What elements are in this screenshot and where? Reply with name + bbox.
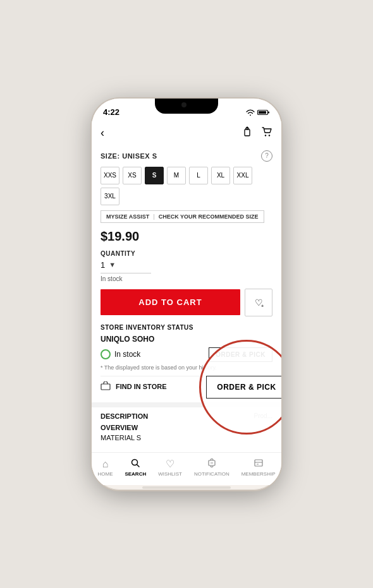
- phone-frame: 4:22 ‹: [92, 99, 281, 490]
- bottom-nav: ⌂ HOME SEARCH ♡ WISHLIST: [92, 452, 281, 485]
- nav-bar: ‹: [92, 121, 281, 145]
- size-buttons: XXS XS S M L XL XXL 3XL: [101, 167, 272, 205]
- size-btn-m[interactable]: M: [167, 167, 186, 184]
- size-label: SIZE: UNISEX S: [101, 152, 157, 160]
- nav-icons: [242, 126, 272, 140]
- nav-item-wishlist[interactable]: ♡ WISHLIST: [158, 458, 182, 477]
- wishlist-button[interactable]: ♡+: [245, 289, 272, 316]
- find-in-store-label: FIND IN STORE: [116, 383, 166, 390]
- mysize-label: MYSIZE ASSIST: [106, 213, 149, 220]
- stock-status-text: In stock: [114, 350, 140, 359]
- home-icon: ⌂: [102, 459, 109, 470]
- svg-point-5: [269, 135, 270, 136]
- quantity-dropdown-arrow: ▼: [109, 261, 116, 268]
- wishlist-heart-icon: ♡+: [255, 297, 263, 308]
- mysize-bar[interactable]: MYSIZE ASSIST | CHECK YOUR RECOMMENDED S…: [101, 210, 264, 223]
- battery-icon: [257, 109, 270, 116]
- size-btn-xl[interactable]: XL: [211, 167, 230, 184]
- notification-label: NOTIFICATION: [194, 471, 229, 477]
- svg-rect-2: [268, 111, 269, 113]
- add-to-cart-row: ADD TO CART ♡+: [101, 289, 272, 316]
- screen: ‹: [92, 121, 281, 485]
- description-title: DESCRIPTION: [101, 412, 148, 420]
- nav-item-membership[interactable]: MEMBERSHIP: [242, 459, 276, 477]
- size-btn-l[interactable]: L: [189, 167, 208, 184]
- check-size-label: CHECK YOUR RECOMMENDED SIZE: [159, 213, 259, 220]
- search-icon: [131, 459, 140, 470]
- store-inventory-title: STORE INVENTORY STATUS: [101, 324, 272, 331]
- notch: [155, 99, 218, 114]
- time-display: 4:22: [103, 107, 119, 117]
- size-btn-3xl[interactable]: 3XL: [101, 188, 119, 205]
- wishlist-nav-label: WISHLIST: [158, 471, 182, 477]
- nav-item-notification[interactable]: NOTIFICATION: [194, 459, 229, 477]
- order-pick-button-highlighted[interactable]: ORDER & PICK: [206, 376, 281, 399]
- status-icons: [246, 109, 270, 116]
- size-btn-xxl[interactable]: XXL: [233, 167, 252, 184]
- svg-rect-6: [101, 384, 110, 390]
- svg-rect-10: [255, 460, 262, 466]
- product-price: $19.90: [101, 229, 272, 244]
- svg-rect-3: [245, 129, 250, 136]
- help-icon[interactable]: ?: [261, 150, 272, 162]
- membership-icon: [254, 459, 263, 470]
- quantity-select[interactable]: 1 ▼: [101, 260, 151, 273]
- find-store-icon: [101, 381, 111, 392]
- quantity-value: 1: [101, 260, 105, 270]
- back-button[interactable]: ‹: [101, 126, 104, 140]
- svg-point-4: [265, 135, 266, 136]
- material-label: MATERIAL S: [101, 434, 272, 441]
- share-icon[interactable]: [242, 126, 252, 140]
- wifi-icon: [246, 109, 255, 116]
- camera: [181, 102, 186, 107]
- size-header-row: SIZE: UNISEX S ?: [101, 150, 272, 162]
- notification-icon: [207, 459, 216, 470]
- nav-item-home[interactable]: ⌂ HOME: [97, 459, 113, 477]
- stock-circle-icon: [101, 349, 111, 359]
- size-btn-xxs[interactable]: XXS: [101, 167, 119, 184]
- nav-item-search[interactable]: SEARCH: [125, 459, 146, 477]
- wishlist-nav-icon: ♡: [166, 458, 174, 470]
- svg-rect-1: [259, 111, 266, 114]
- stock-indicator: In stock: [101, 349, 140, 359]
- in-stock-text: In stock: [101, 275, 272, 282]
- size-btn-s[interactable]: S: [145, 167, 164, 184]
- membership-label: MEMBERSHIP: [242, 471, 276, 477]
- size-btn-xs[interactable]: XS: [123, 167, 142, 184]
- cart-icon[interactable]: [261, 126, 272, 140]
- add-to-cart-button[interactable]: ADD TO CART: [101, 289, 240, 315]
- quantity-label: QUANTITY: [101, 250, 272, 257]
- home-label: HOME: [97, 471, 113, 477]
- search-label: SEARCH: [125, 471, 146, 477]
- home-indicator: [142, 486, 231, 489]
